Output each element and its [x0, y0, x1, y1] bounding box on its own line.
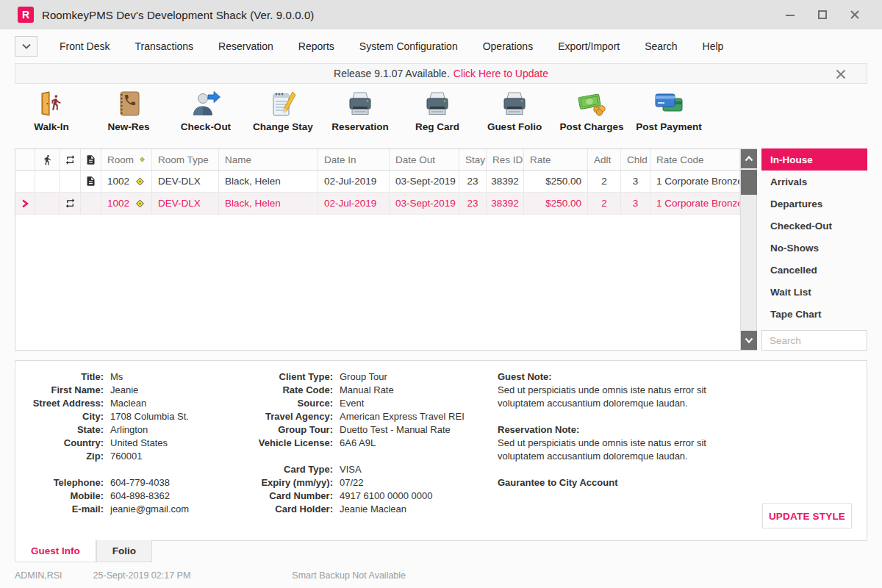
cell-rate: $250.00: [524, 171, 588, 192]
grid-header-stay[interactable]: Stay: [459, 149, 487, 170]
menu-operations[interactable]: Operations: [470, 35, 545, 58]
guest-folio-button[interactable]: Guest Folio: [478, 87, 551, 144]
cell-res-id: 38392: [487, 171, 524, 192]
window-title: RoomkeyPMS Dev's Development Shack (Ver.…: [42, 9, 314, 21]
field-label: Expiry (mm/yy):: [245, 476, 333, 490]
scrollbar-thumb[interactable]: [741, 170, 757, 195]
document-icon[interactable]: [81, 149, 101, 170]
search-input[interactable]: [761, 330, 867, 351]
title-bar: R RoomkeyPMS Dev's Development Shack (Ve…: [0, 0, 882, 29]
field-value: 1708 Columbia St.: [110, 410, 189, 423]
field-value: VISA: [340, 463, 362, 476]
guarantee-text: Gaurantee to City Account: [498, 476, 733, 490]
reg-card-label: Reg Card: [415, 121, 459, 132]
grid-header-adlt[interactable]: Adlt: [588, 149, 621, 170]
table-row[interactable]: 1002 DEV-DLX Black, Helen 02-Jul-2019 03…: [15, 171, 740, 193]
cell-rate: $250.00: [524, 193, 588, 214]
field-label: Source:: [245, 397, 333, 410]
menu-reservation[interactable]: Reservation: [206, 35, 286, 58]
update-link[interactable]: Click Here to Update: [453, 68, 548, 79]
post-payment-label: Post Payment: [636, 121, 701, 132]
system-datetime: 25-Sept-2019 02:17 PM: [93, 570, 191, 581]
sidebar-item-in-house[interactable]: In-House: [761, 148, 867, 171]
grid-header-res-id[interactable]: Res ID: [487, 149, 524, 170]
minimize-button[interactable]: [782, 7, 798, 23]
walk-in-button[interactable]: Walk-In: [15, 87, 88, 144]
update-style-button[interactable]: UPDATE STYLE: [762, 503, 852, 528]
maximize-icon: [817, 10, 828, 20]
grid-header-date-in[interactable]: Date In: [318, 149, 390, 170]
menu-dropdown-button[interactable]: [15, 36, 37, 57]
cell-rate-code: 1 Corporate Bronze: [650, 193, 740, 214]
field-value: United States: [110, 437, 168, 450]
change-stay-button[interactable]: Change Stay: [246, 87, 320, 144]
grid-header-rate-code[interactable]: Rate Code: [650, 149, 740, 170]
reservation-print-button[interactable]: Reservation: [323, 87, 397, 144]
sidebar-item-tape-chart[interactable]: Tape Chart: [761, 303, 867, 325]
check-out-button[interactable]: Check-Out: [169, 87, 243, 144]
field-label: Travel Agency:: [245, 410, 333, 423]
cell-date-out: 03-Sept-2019: [390, 193, 459, 214]
cell-chld: 3: [621, 193, 650, 214]
field-label: First Name:: [18, 384, 104, 397]
scroll-down-button[interactable]: [741, 331, 757, 350]
cell-date-in: 02-Jul-2019: [318, 193, 390, 214]
menu-reports[interactable]: Reports: [286, 35, 347, 58]
tab-guest-info[interactable]: Guest Info: [15, 540, 96, 562]
field-value: 760001: [110, 450, 142, 463]
sidebar-item-arrivals[interactable]: Arrivals: [761, 171, 867, 193]
field-value: Arlington: [110, 423, 148, 437]
walk-in-icon: [37, 87, 66, 118]
field-value: Jeanie: [110, 384, 138, 397]
field-label: Group Tour:: [245, 423, 333, 437]
sidebar-item-wait-list[interactable]: Wait List: [761, 281, 867, 303]
sidebar-item-checked-out[interactable]: Checked-Out: [761, 215, 867, 237]
grid-header-name[interactable]: Name: [219, 149, 318, 170]
cell-name: Black, Helen: [219, 193, 318, 214]
menu-export-import[interactable]: Export/Import: [545, 35, 632, 58]
release-close-button[interactable]: [833, 66, 849, 82]
row-selector-arrow-icon: [15, 193, 35, 214]
release-notification-bar: Release 9.1.07 Available. Click Here to …: [15, 63, 867, 84]
menu-search[interactable]: Search: [632, 35, 689, 58]
guest-walk-icon[interactable]: [35, 149, 60, 170]
cell-room-type: DEV-DLX: [152, 193, 219, 214]
reg-card-button[interactable]: Reg Card: [401, 87, 474, 144]
cell-adlt: 2: [588, 193, 621, 214]
grid-header-room-type[interactable]: Room Type: [152, 149, 219, 170]
tab-folio[interactable]: Folio: [96, 540, 152, 562]
cell-name: Black, Helen: [219, 171, 318, 192]
guest-folio-label: Guest Folio: [487, 121, 542, 132]
grid-header-room[interactable]: Room: [101, 149, 152, 170]
grid-header-rate[interactable]: Rate: [524, 149, 588, 170]
window-controls: [782, 7, 882, 23]
scroll-up-button[interactable]: [741, 149, 757, 168]
post-payment-button[interactable]: Post Payment: [632, 87, 706, 144]
sidebar-item-no-shows[interactable]: No-Shows: [761, 237, 867, 259]
grid-vertical-scrollbar[interactable]: [740, 149, 756, 350]
app-logo: R: [18, 7, 34, 23]
sidebar-item-cancelled[interactable]: Cancelled: [761, 259, 867, 281]
grid-header-date-out[interactable]: Date Out: [390, 149, 459, 170]
field-label: Card Number:: [245, 490, 333, 503]
cell-adlt: 2: [588, 171, 621, 192]
cell-rate-code: 1 Corporate Bronze: [650, 171, 740, 192]
new-res-button[interactable]: New-Res: [92, 87, 165, 144]
close-icon: [835, 68, 847, 80]
menu-transactions[interactable]: Transactions: [122, 35, 206, 58]
close-button[interactable]: [847, 7, 863, 23]
repeat-icon[interactable]: [60, 149, 81, 170]
grid-header-chld[interactable]: Chld: [621, 149, 650, 170]
field-value: 4917 6100 0000 0000: [340, 490, 433, 503]
reservation-detail-column: Client Type:Group Tour Rate Code:Manual …: [245, 370, 487, 516]
menu-help[interactable]: Help: [690, 35, 736, 58]
maximize-button[interactable]: [814, 7, 831, 23]
field-label: Country:: [18, 437, 104, 450]
post-charges-button[interactable]: Post Charges: [555, 87, 628, 144]
menu-front-desk[interactable]: Front Desk: [47, 35, 122, 58]
minimize-icon: [785, 10, 795, 20]
menu-system-configuration[interactable]: System Configuration: [347, 35, 470, 58]
table-row-selected[interactable]: 1002 DEV-DLX Black, Helen 02-Jul-2019 03…: [15, 193, 740, 215]
status-bar: ADMIN,RSI 25-Sept-2019 02:17 PM Smart Ba…: [0, 563, 882, 588]
sidebar-item-departures[interactable]: Departures: [761, 193, 867, 215]
